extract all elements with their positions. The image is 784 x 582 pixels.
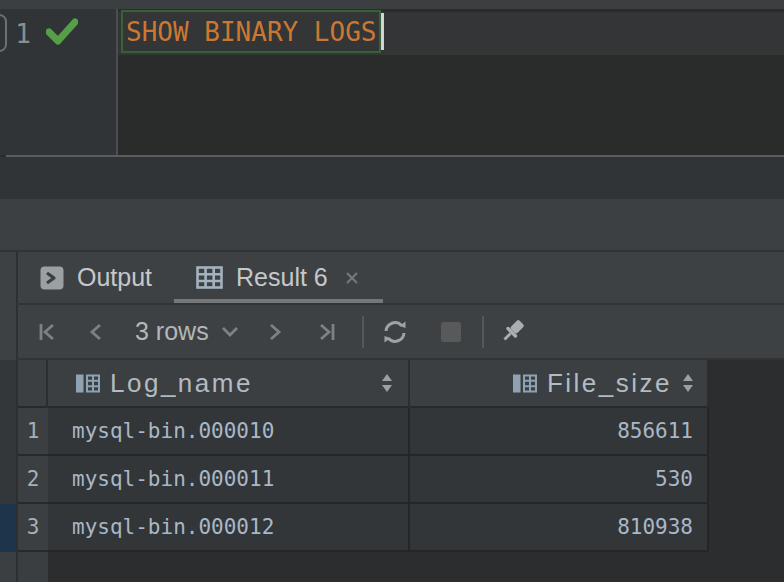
sort-icon[interactable]	[380, 372, 394, 394]
column-name: Log_name	[110, 368, 253, 399]
cell-log-name[interactable]: mysql-bin.000012	[48, 504, 410, 552]
pin-button[interactable]	[497, 315, 531, 349]
column-icon	[511, 371, 538, 396]
statement-highlight-box[interactable]: SHOW BINARY LOGS	[121, 10, 381, 53]
column-header-file-size[interactable]: File_size	[410, 360, 709, 408]
text-caret	[381, 13, 384, 50]
toolbar-separator	[482, 316, 484, 348]
left-edge-scroll-marker	[0, 14, 7, 52]
grid-header-row: Log_name	[18, 360, 784, 408]
last-page-icon	[315, 320, 339, 344]
line-number: 1	[8, 14, 38, 54]
next-page-icon	[265, 321, 285, 343]
left-strip-bottom	[0, 552, 16, 582]
result-grid: Log_name	[18, 360, 784, 582]
editor-footer-band	[0, 157, 784, 199]
row-count-label: 3 rows	[135, 317, 209, 346]
terminal-icon	[40, 266, 64, 290]
sort-icon[interactable]	[681, 372, 695, 394]
previous-page-button[interactable]	[79, 315, 113, 349]
row-number-cell[interactable]: 2	[18, 456, 48, 504]
refresh-button[interactable]	[378, 315, 412, 349]
first-page-icon	[35, 320, 59, 344]
toolbar-separator	[362, 316, 364, 348]
table-icon	[196, 266, 223, 289]
cell-file-size[interactable]: 810938	[410, 504, 709, 552]
table-row: 2 mysql-bin.000011 530	[18, 456, 784, 504]
gutter-separator	[116, 9, 118, 155]
next-page-button[interactable]	[258, 315, 292, 349]
database-console-window: 1 SHOW BINARY LOGS	[0, 0, 784, 582]
column-icon	[74, 371, 101, 396]
table-row: 1 mysql-bin.000010 856611	[18, 408, 784, 456]
tool-window-left-strip	[0, 360, 16, 504]
row-count-dropdown[interactable]: 3 rows	[135, 317, 240, 346]
stop-button[interactable]	[434, 315, 468, 349]
column-name: File_size	[547, 368, 672, 399]
last-page-button[interactable]	[310, 315, 344, 349]
stop-icon	[440, 321, 462, 343]
results-panel: Output Result 6	[0, 252, 784, 582]
cell-file-size[interactable]: 530	[410, 456, 709, 504]
grid-toolbar: 3 rows	[18, 305, 784, 358]
tab-label: Result 6	[236, 263, 328, 292]
close-icon[interactable]	[343, 269, 361, 287]
panel-splitter[interactable]	[0, 199, 784, 250]
previous-page-icon	[86, 321, 106, 343]
tab-label: Output	[77, 263, 152, 292]
cell-file-size[interactable]: 856611	[410, 408, 709, 456]
row-number-cell[interactable]: 3	[18, 504, 48, 552]
cell-log-name[interactable]: mysql-bin.000011	[48, 456, 410, 504]
sql-statement-text: SHOW BINARY LOGS	[126, 17, 376, 47]
tab-result-6[interactable]: Result 6	[174, 252, 383, 303]
row-gutter-tail	[18, 552, 48, 582]
top-toolbar-edge	[0, 0, 784, 9]
chevron-down-icon	[220, 325, 240, 339]
table-row: 3 mysql-bin.000012 810938	[18, 504, 784, 552]
tab-bar: Output Result 6	[18, 252, 784, 303]
selected-row-marker	[0, 504, 16, 552]
tab-output[interactable]: Output	[18, 252, 174, 303]
refresh-icon	[380, 317, 410, 347]
grid-corner-cell	[18, 360, 48, 408]
run-success-icon	[46, 18, 78, 47]
cell-log-name[interactable]: mysql-bin.000010	[48, 408, 410, 456]
row-number-cell[interactable]: 1	[18, 408, 48, 456]
sql-editor[interactable]: 1 SHOW BINARY LOGS	[0, 9, 784, 155]
column-header-log-name[interactable]: Log_name	[48, 360, 410, 408]
pin-icon	[499, 317, 529, 347]
first-page-button[interactable]	[30, 315, 64, 349]
